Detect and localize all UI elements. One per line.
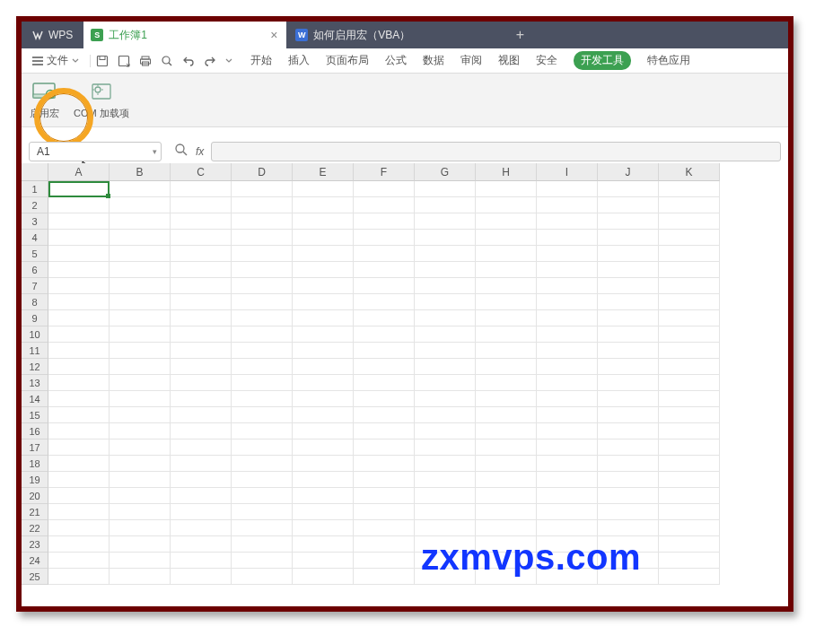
cell[interactable] [598,213,659,230]
cell[interactable] [659,553,720,569]
cell[interactable] [415,230,476,246]
cells-region[interactable] [48,181,788,585]
cell[interactable] [537,488,598,504]
cell[interactable] [659,456,720,472]
cell[interactable] [537,294,598,310]
cell[interactable] [171,326,232,343]
cell[interactable] [110,439,171,456]
cell[interactable] [293,407,354,423]
cell[interactable] [293,230,354,246]
cell[interactable] [171,569,232,585]
cell[interactable] [415,213,476,230]
cell[interactable] [354,262,415,278]
vba-help-tab[interactable]: W 如何启用宏（VBA） [286,22,502,48]
cell[interactable] [476,569,537,585]
row-header[interactable]: 4 [22,230,48,246]
row-header[interactable]: 11 [22,343,48,359]
cell[interactable] [659,359,720,375]
cell[interactable] [415,472,476,488]
redo-icon[interactable] [204,55,216,67]
cell[interactable] [232,294,293,310]
cell[interactable] [537,197,598,213]
row-header[interactable]: 6 [22,262,48,278]
column-header[interactable]: A [48,163,110,181]
cell[interactable] [232,213,293,230]
cell[interactable] [476,439,537,456]
cell[interactable] [476,262,537,278]
cell[interactable] [659,569,720,585]
cell[interactable] [110,359,171,375]
cell[interactable] [537,246,598,262]
cell[interactable] [293,359,354,375]
cell[interactable] [659,407,720,423]
cell[interactable] [293,310,354,326]
row-header[interactable]: 15 [22,407,48,423]
cell[interactable] [598,391,659,407]
cell[interactable] [354,213,415,230]
cell[interactable] [232,310,293,326]
row-header[interactable]: 3 [22,213,48,230]
cell[interactable] [537,472,598,488]
cell[interactable] [415,488,476,504]
cell[interactable] [171,359,232,375]
cell[interactable] [537,504,598,520]
cell[interactable] [171,472,232,488]
cell[interactable] [171,391,232,407]
com-addins-button[interactable]: COM 加载项 [74,80,129,120]
cell[interactable] [415,375,476,391]
cell[interactable] [232,197,293,213]
cell[interactable] [110,504,171,520]
cell[interactable] [171,520,232,536]
cell[interactable] [476,407,537,423]
cell[interactable] [354,343,415,359]
cell[interactable] [537,439,598,456]
cell[interactable] [354,310,415,326]
cell[interactable] [48,326,110,343]
column-header[interactable]: I [537,163,598,181]
column-header[interactable]: B [110,163,171,181]
cell[interactable] [476,359,537,375]
cell[interactable] [598,230,659,246]
cell[interactable] [171,536,232,553]
cell[interactable] [598,569,659,585]
cell[interactable] [354,472,415,488]
column-header[interactable]: E [293,163,354,181]
cell[interactable] [48,569,110,585]
cell[interactable] [110,197,171,213]
cell[interactable] [171,456,232,472]
cell[interactable] [598,456,659,472]
cell[interactable] [537,181,598,197]
cell[interactable] [48,310,110,326]
cell[interactable] [232,343,293,359]
undo-icon[interactable] [182,55,195,67]
cell[interactable] [415,278,476,294]
cell[interactable] [476,246,537,262]
cell[interactable] [476,197,537,213]
row-header[interactable]: 17 [22,439,48,456]
cell[interactable] [598,262,659,278]
column-header[interactable]: K [659,163,720,181]
cell[interactable] [659,504,720,520]
cell[interactable] [537,391,598,407]
cell[interactable] [476,536,537,553]
row-header[interactable]: 12 [22,359,48,375]
cell[interactable] [598,359,659,375]
cell[interactable] [415,504,476,520]
cell[interactable] [48,246,110,262]
cell[interactable] [48,359,110,375]
row-header[interactable]: 20 [22,488,48,504]
cell[interactable] [232,278,293,294]
cell[interactable] [293,391,354,407]
cell[interactable] [293,536,354,553]
column-header[interactable]: D [232,163,293,181]
cell[interactable] [48,536,110,553]
cell[interactable] [171,423,232,439]
cell[interactable] [537,343,598,359]
cell[interactable] [415,181,476,197]
column-header[interactable]: F [354,163,415,181]
cell[interactable] [598,197,659,213]
cell[interactable] [293,262,354,278]
cell[interactable] [537,375,598,391]
cell[interactable] [659,536,720,553]
cell[interactable] [537,536,598,553]
